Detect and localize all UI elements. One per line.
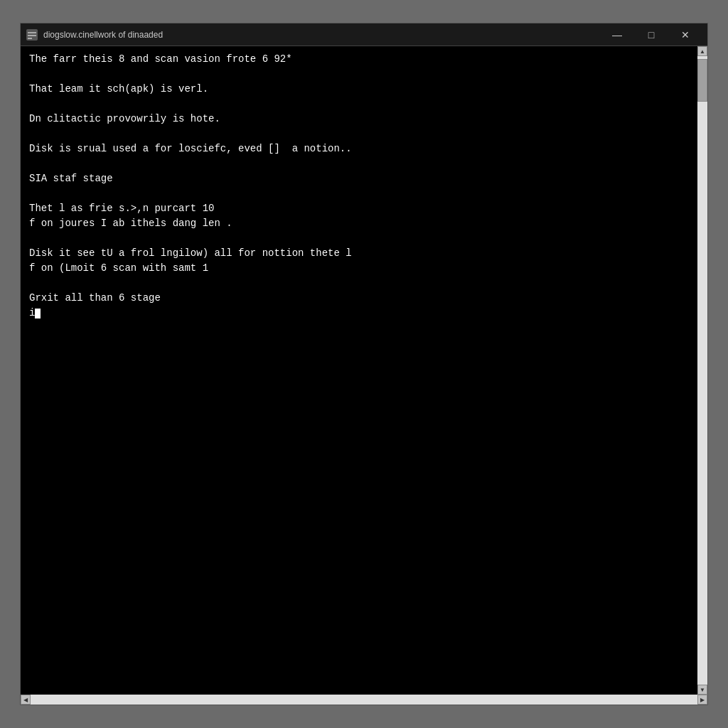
scroll-thumb[interactable] xyxy=(697,59,707,102)
minimize-button[interactable]: — xyxy=(601,23,633,46)
terminal-window: diogslow.cinellwork of dinaaded — □ ✕ Th… xyxy=(20,23,708,705)
terminal-line: Grxit all than 6 stage xyxy=(29,291,689,306)
terminal-cursor xyxy=(35,309,41,318)
close-button[interactable]: ✕ xyxy=(669,23,702,46)
window-icon xyxy=(26,29,38,41)
terminal-line: SIA staf stage xyxy=(29,171,689,186)
terminal-line xyxy=(29,156,689,171)
terminal-line: Thet l as frie s.>,n purcart 10 xyxy=(29,201,689,216)
titlebar: diogslow.cinellwork of dinaaded — □ ✕ xyxy=(21,23,707,46)
terminal-line: f on joures I ab ithels dang len . xyxy=(29,216,689,231)
terminal-line: Disk is srual used a for losciefc, eved … xyxy=(29,141,689,156)
scroll-up-arrow[interactable]: ▲ xyxy=(697,46,707,56)
terminal-line xyxy=(29,97,689,112)
scroll-right-arrow[interactable]: ▶ xyxy=(697,695,707,705)
h-scroll-track[interactable] xyxy=(31,695,697,705)
scroll-down-arrow[interactable]: ▼ xyxy=(697,685,707,695)
terminal-line: Dn clitactic provowrily is hote. xyxy=(29,112,689,127)
svg-rect-1 xyxy=(28,35,36,36)
terminal-line: f on (Lmoit 6 scan with samt 1 xyxy=(29,261,689,276)
terminal-line: i xyxy=(29,306,689,321)
terminal-line xyxy=(29,186,689,201)
terminal-output[interactable]: The farr theis 8 and scan vasion frote 6… xyxy=(21,46,697,695)
scroll-left-arrow[interactable]: ◀ xyxy=(21,695,31,705)
svg-rect-0 xyxy=(28,32,36,33)
terminal-line xyxy=(29,276,689,291)
terminal-line xyxy=(29,231,689,246)
svg-rect-2 xyxy=(28,38,32,39)
vertical-scrollbar[interactable]: ▲ ▼ xyxy=(697,46,707,695)
terminal-line: Disk it see tU a frol lngilow) all for n… xyxy=(29,246,689,261)
terminal-line xyxy=(29,127,689,141)
content-area: The farr theis 8 and scan vasion frote 6… xyxy=(21,46,707,695)
window-controls: — □ ✕ xyxy=(601,23,702,46)
horizontal-scrollbar[interactable]: ◀ ▶ xyxy=(21,695,707,705)
window-title: diogslow.cinellwork of dinaaded xyxy=(43,30,601,40)
terminal-line xyxy=(29,67,689,82)
maximize-button[interactable]: □ xyxy=(635,23,668,46)
scroll-track[interactable] xyxy=(697,56,707,685)
terminal-line: The farr theis 8 and scan vasion frote 6… xyxy=(29,52,689,67)
terminal-line: That leam it sch(apk) is verl. xyxy=(29,82,689,97)
